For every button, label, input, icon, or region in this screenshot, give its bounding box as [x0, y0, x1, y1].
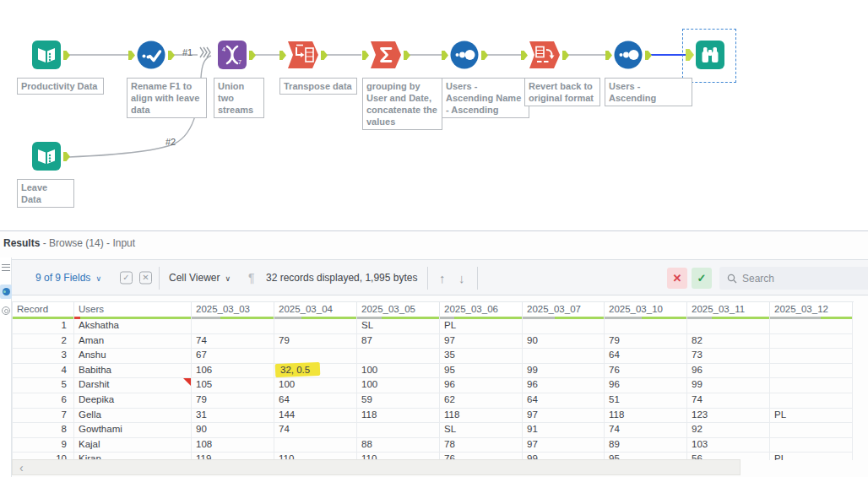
user-cell[interactable]: Gowthami — [74, 423, 192, 438]
user-cell[interactable]: Deepika — [74, 393, 192, 409]
value-cell[interactable] — [770, 319, 853, 334]
scroll-down-button[interactable]: ↓ — [458, 270, 465, 285]
value-cell[interactable]: 79 — [192, 393, 274, 409]
value-cell[interactable] — [357, 423, 440, 438]
column-header[interactable]: 2025_03_12 — [770, 302, 853, 319]
tool-summarize[interactable] — [370, 41, 402, 69]
tool-transpose[interactable] — [287, 41, 319, 69]
value-cell[interactable] — [605, 319, 687, 334]
value-cell[interactable]: 82 — [687, 334, 770, 350]
record-cell[interactable]: 8 — [12, 423, 74, 438]
tool-union[interactable]: 4 7 — [218, 41, 247, 69]
value-cell[interactable]: SL — [440, 423, 523, 438]
user-cell[interactable]: Kajal — [74, 438, 192, 453]
value-cell[interactable]: 103 — [687, 438, 770, 453]
record-cell[interactable]: 7 — [12, 409, 74, 424]
value-cell[interactable]: 96 — [605, 378, 687, 393]
metadata-view-toggle[interactable] — [2, 306, 10, 315]
value-cell[interactable]: 78 — [440, 438, 523, 453]
annotation-leave-data[interactable]: Leave Data — [17, 179, 74, 208]
value-cell[interactable]: 73 — [687, 349, 770, 364]
column-header[interactable]: 2025_03_11 — [687, 302, 770, 319]
value-cell[interactable]: 96 — [687, 364, 770, 379]
value-cell[interactable]: 95 — [440, 364, 523, 379]
annotation-sort-users-name[interactable]: Users - Ascending Name - Ascending — [442, 78, 529, 118]
value-cell[interactable]: 59 — [357, 393, 440, 409]
value-cell[interactable]: 64 — [274, 393, 357, 409]
value-cell[interactable]: 88 — [357, 438, 440, 453]
value-cell[interactable]: PL — [770, 409, 853, 424]
column-header[interactable]: 2025_03_03 — [192, 302, 274, 319]
value-cell[interactable]: 62 — [440, 393, 523, 409]
record-cell[interactable]: 1 — [12, 319, 74, 334]
value-cell[interactable]: 96 — [523, 378, 605, 393]
tool-sort-users[interactable] — [614, 41, 643, 69]
search-input[interactable] — [742, 273, 852, 285]
workflow-canvas[interactable]: 4 7 — [0, 0, 868, 230]
annotation-crosstab[interactable]: Revert back to original format — [524, 78, 600, 106]
value-cell[interactable]: 105 — [192, 378, 274, 393]
value-cell[interactable]: 97 — [523, 409, 605, 424]
data-view-toggle[interactable] — [0, 285, 12, 299]
user-cell[interactable]: Anshu — [74, 349, 192, 364]
value-cell[interactable] — [770, 423, 853, 438]
value-cell[interactable]: 79 — [274, 334, 357, 350]
value-cell[interactable]: 31 — [192, 409, 274, 424]
column-header[interactable]: 2025_03_07 — [523, 302, 605, 319]
value-cell[interactable]: 67 — [192, 349, 274, 364]
value-cell[interactable]: 97 — [440, 334, 523, 350]
column-header[interactable]: Record — [12, 302, 74, 319]
fields-dropdown[interactable]: 9 of 9 Fields∨ — [35, 272, 101, 284]
value-cell[interactable]: 74 — [605, 423, 687, 438]
value-cell[interactable]: 118 — [440, 409, 523, 424]
annotation-transpose[interactable]: Transpose data — [279, 78, 357, 95]
value-cell[interactable]: 74 — [687, 393, 770, 409]
select-all-checkbox-button[interactable]: ✓ — [120, 271, 133, 284]
value-cell[interactable]: 74 — [192, 334, 274, 350]
record-cell[interactable]: 5 — [12, 378, 74, 393]
annotation-union[interactable]: Union two streams — [214, 78, 264, 118]
value-cell[interactable]: 91 — [523, 423, 605, 438]
annotation-productivity-data[interactable]: Productivity Data — [17, 78, 104, 95]
tool-crosstab[interactable] — [529, 41, 561, 69]
value-cell[interactable] — [357, 349, 440, 364]
column-header[interactable]: 2025_03_04 — [274, 302, 357, 319]
value-cell[interactable]: 74 — [274, 423, 357, 438]
value-cell[interactable] — [770, 349, 853, 364]
tool-input-leave[interactable] — [32, 142, 61, 171]
record-cell[interactable]: 4 — [12, 364, 74, 379]
value-cell[interactable]: 76 — [605, 364, 687, 379]
user-cell[interactable]: Darshit — [74, 378, 192, 393]
user-cell[interactable]: Akshatha — [74, 319, 192, 334]
results-menu-icon[interactable] — [2, 264, 10, 271]
apply-filter-button[interactable]: ✓ — [692, 268, 712, 289]
value-cell[interactable]: 87 — [357, 334, 440, 350]
horizontal-scrollbar[interactable]: ‹ — [12, 459, 741, 475]
value-cell[interactable]: 100 — [274, 378, 357, 393]
value-cell[interactable]: 90 — [523, 334, 605, 350]
value-cell[interactable] — [274, 438, 357, 453]
value-cell[interactable] — [523, 319, 605, 334]
value-cell[interactable] — [192, 319, 274, 334]
value-cell[interactable]: 106 — [192, 364, 274, 379]
value-cell[interactable]: 118 — [605, 409, 687, 424]
value-cell[interactable]: 100 — [357, 378, 440, 393]
user-cell[interactable]: Gella — [74, 409, 192, 424]
value-cell[interactable]: 32, 0.5 — [274, 364, 357, 379]
value-cell[interactable]: 96 — [440, 378, 523, 393]
value-cell[interactable]: 89 — [605, 438, 687, 453]
pilcrow-whitespace-toggle[interactable]: ¶ — [248, 271, 255, 285]
tool-sort-users-name[interactable] — [450, 41, 479, 69]
annotation-rename-f1[interactable]: Rename F1 to align with leave data — [127, 78, 207, 118]
value-cell[interactable]: 100 — [357, 364, 440, 379]
column-header[interactable]: 2025_03_05 — [357, 302, 440, 319]
value-cell[interactable] — [770, 393, 853, 409]
record-cell[interactable]: 2 — [12, 334, 74, 350]
value-cell[interactable]: 79 — [605, 334, 687, 350]
search-box[interactable] — [719, 267, 868, 290]
column-header[interactable]: 2025_03_06 — [440, 302, 523, 319]
value-cell[interactable] — [274, 319, 357, 334]
tool-select-rename[interactable] — [137, 41, 165, 69]
value-cell[interactable]: SL — [357, 319, 440, 334]
value-cell[interactable] — [523, 349, 605, 364]
